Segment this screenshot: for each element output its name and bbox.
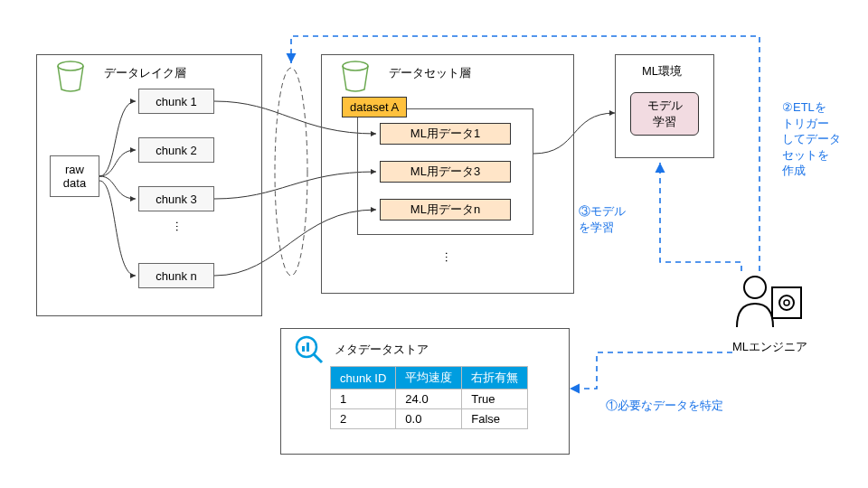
table-header: 平均速度 [396,367,462,389]
table-row: 2 0.0 False [331,409,528,429]
ellipsis-icon: … [174,221,187,232]
metastore-title: メタデータストア [335,342,429,358]
dataset-item: ML用データ3 [380,161,511,183]
svg-point-9 [779,296,794,310]
step2-label: ②ETLを トリガー してデータ セットを 作成 [782,99,841,179]
model-training-node: モデル 学習 [630,92,699,136]
raw-data-node: raw data [50,155,99,197]
engineer-label: MLエンジニア [732,339,807,355]
table-header: chunk ID [331,367,396,389]
chunk-node: chunk 3 [138,186,214,211]
datalake-title: データレイク層 [104,65,186,81]
chunk-node: chunk 2 [138,137,214,163]
chunk-node: chunk 1 [138,89,214,114]
step1-label: ①必要なデータを特定 [606,398,723,414]
ellipsis-icon: … [443,251,457,263]
step3-label: ③モデル を学習 [579,203,626,235]
dataset-item: ML用データn [380,199,511,221]
chunk-node: chunk n [138,263,214,288]
svg-point-10 [784,300,789,305]
dataset-tag: dataset A [342,97,407,117]
metastore-table: chunk ID 平均速度 右折有無 1 24.0 True 2 0.0 Fal… [330,366,528,429]
engineer-icon [732,271,805,334]
dataset-item: ML用データ1 [380,123,511,145]
svg-rect-8 [772,287,801,318]
svg-point-7 [744,277,766,298]
table-header: 右折有無 [462,367,528,389]
table-row: 1 24.0 True [331,389,528,409]
mlenv-title: ML環境 [642,63,682,80]
svg-point-0 [275,68,307,276]
dataset-title: データセット層 [389,65,471,81]
